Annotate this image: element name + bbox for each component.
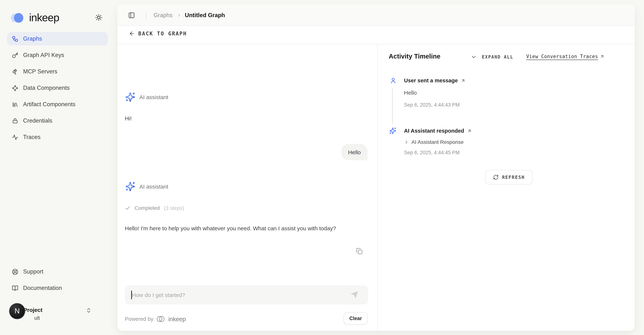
powered-by-brand: inkeep bbox=[168, 316, 186, 322]
back-bar: BACK TO GRAPH bbox=[118, 26, 635, 44]
life-buoy-icon bbox=[12, 268, 18, 275]
send-icon bbox=[350, 291, 358, 299]
collapsed-response-toggle[interactable]: AI Assistant Response bbox=[404, 139, 464, 145]
theme-toggle-button[interactable] bbox=[95, 14, 104, 22]
sun-icon bbox=[95, 14, 103, 22]
activity-icon bbox=[12, 134, 18, 140]
sidebar-item-support[interactable]: Support bbox=[7, 265, 108, 278]
back-to-graph-label: BACK TO GRAPH bbox=[138, 30, 187, 36]
assistant-status: Completed (3 steps) bbox=[125, 205, 184, 211]
sidebar: inkeep Graphs Graph API Keys bbox=[0, 0, 118, 335]
collapsed-label: AI Assistant Response bbox=[412, 139, 464, 145]
arrow-left-icon bbox=[129, 30, 135, 36]
project-name: Project bbox=[24, 307, 42, 313]
sidebar-item-label: Artifact Components bbox=[23, 101, 76, 108]
assistant-message-header: AI assistant bbox=[125, 181, 168, 192]
arrow-up-right-icon bbox=[467, 128, 472, 133]
timeline-entry-title[interactable]: User sent a message bbox=[404, 78, 466, 84]
clear-button[interactable]: Clear bbox=[344, 312, 368, 324]
activity-timeline-panel: Activity Timeline EXPAND ALL View Conver… bbox=[378, 44, 635, 330]
content-area: AI assistant Hi! Hello AI assistant bbox=[118, 44, 635, 330]
ai-sparkles-icon bbox=[389, 127, 396, 134]
copy-icon bbox=[356, 248, 362, 254]
chat-input[interactable] bbox=[125, 286, 368, 304]
chevrons-up-down-icon bbox=[86, 308, 92, 314]
sidebar-item-graph-api-keys[interactable]: Graph API Keys bbox=[7, 48, 108, 62]
sidebar-item-label: MCP Servers bbox=[23, 68, 58, 75]
mcp-icon bbox=[12, 68, 18, 75]
chat-panel: AI assistant Hi! Hello AI assistant bbox=[118, 44, 378, 330]
refresh-button[interactable]: REFRESH bbox=[485, 170, 532, 184]
sidebar-item-artifact-components[interactable]: Artifact Components bbox=[7, 98, 108, 111]
copy-button[interactable] bbox=[356, 248, 363, 255]
sidebar-item-graphs[interactable]: Graphs bbox=[7, 32, 108, 46]
user-message-bubble: Hello bbox=[342, 144, 368, 160]
library-icon bbox=[12, 101, 18, 108]
inkeep-outline-icon bbox=[156, 315, 166, 323]
sidebar-nav: Graphs Graph API Keys MCP Servers Data C… bbox=[7, 32, 108, 147]
key-icon bbox=[12, 52, 18, 58]
arrow-up-right-icon bbox=[461, 78, 466, 83]
assistant-label: AI assistant bbox=[140, 94, 168, 100]
breadcrumb-parent-link[interactable]: Graphs bbox=[154, 12, 172, 19]
sidebar-item-label: Documentation bbox=[23, 285, 62, 292]
refresh-icon bbox=[493, 174, 499, 180]
sidebar-item-data-components[interactable]: Data Components bbox=[7, 81, 108, 95]
breadcrumb-current: Untitled Graph bbox=[185, 12, 225, 19]
component-icon bbox=[12, 85, 18, 91]
logo[interactable]: inkeep bbox=[10, 10, 108, 26]
avatar: N bbox=[10, 304, 24, 318]
timeline-entry-body: Hello bbox=[404, 90, 417, 96]
entry-title-label: AI Assistant responded bbox=[404, 128, 464, 134]
view-conversation-traces-link[interactable]: View Conversation Traces bbox=[526, 54, 604, 59]
timeline-connector bbox=[392, 88, 392, 124]
sidebar-item-label: Support bbox=[23, 268, 44, 275]
lock-icon bbox=[12, 118, 18, 124]
breadcrumb-separator: › bbox=[178, 12, 180, 18]
sidebar-item-credentials[interactable]: Credentials bbox=[7, 114, 108, 128]
expand-all-button[interactable]: EXPAND ALL bbox=[482, 54, 513, 60]
divider bbox=[146, 12, 146, 19]
chevron-down-icon bbox=[471, 54, 477, 60]
powered-by[interactable]: Powered by inkeep bbox=[125, 315, 186, 323]
timeline-entry-timestamp: Sep 6, 2025, 4:44:45 PM bbox=[404, 150, 460, 156]
breadcrumb-bar: Graphs › Untitled Graph bbox=[118, 4, 635, 26]
assistant-message-header: AI assistant bbox=[125, 92, 168, 102]
send-button[interactable] bbox=[350, 291, 358, 299]
inkeep-logo-icon bbox=[10, 11, 26, 26]
user-icon bbox=[390, 77, 396, 84]
sidebar-item-label: Credentials bbox=[23, 118, 52, 124]
project-subtitle: ult bbox=[34, 315, 40, 321]
sidebar-toggle-button[interactable] bbox=[128, 12, 135, 19]
sidebar-item-mcp-servers[interactable]: MCP Servers bbox=[7, 65, 108, 78]
assistant-message: Hi! bbox=[125, 115, 132, 122]
project-switcher[interactable]: Project ult N bbox=[0, 302, 108, 326]
status-steps: (3 steps) bbox=[164, 205, 184, 211]
link-label: View Conversation Traces bbox=[526, 54, 598, 59]
book-open-icon bbox=[12, 285, 18, 291]
back-to-graph-button[interactable]: BACK TO GRAPH bbox=[129, 30, 187, 36]
panel-left-icon bbox=[128, 12, 135, 19]
entry-title-label: User sent a message bbox=[404, 78, 458, 84]
ai-sparkle-icon bbox=[125, 181, 136, 192]
sidebar-item-label: Graph API Keys bbox=[23, 52, 64, 58]
sidebar-item-traces[interactable]: Traces bbox=[7, 130, 108, 144]
app-root: inkeep Graphs Graph API Keys bbox=[0, 0, 644, 335]
refresh-label: REFRESH bbox=[502, 174, 525, 180]
sidebar-footer-nav: Support Documentation bbox=[7, 265, 108, 298]
sidebar-item-label: Data Components bbox=[23, 84, 70, 91]
logo-text: inkeep bbox=[29, 12, 59, 24]
collapse-toggle[interactable] bbox=[471, 54, 477, 60]
workflow-icon bbox=[12, 36, 18, 42]
sidebar-item-documentation[interactable]: Documentation bbox=[7, 281, 108, 295]
text-caret bbox=[131, 291, 132, 299]
assistant-message: Hello! I'm here to help you with whateve… bbox=[125, 224, 352, 233]
main-card: Graphs › Untitled Graph BACK TO GRAPH bbox=[118, 4, 635, 331]
chevron-right-icon bbox=[404, 140, 409, 144]
arrow-up-right-icon bbox=[600, 54, 604, 59]
ai-sparkle-icon bbox=[125, 92, 136, 102]
timeline-entry-timestamp: Sep 6, 2025, 4:44:43 PM bbox=[404, 102, 460, 108]
sidebar-item-label: Traces bbox=[23, 134, 40, 140]
sidebar-item-label: Graphs bbox=[23, 36, 42, 42]
timeline-entry-title[interactable]: AI Assistant responded bbox=[404, 128, 472, 134]
